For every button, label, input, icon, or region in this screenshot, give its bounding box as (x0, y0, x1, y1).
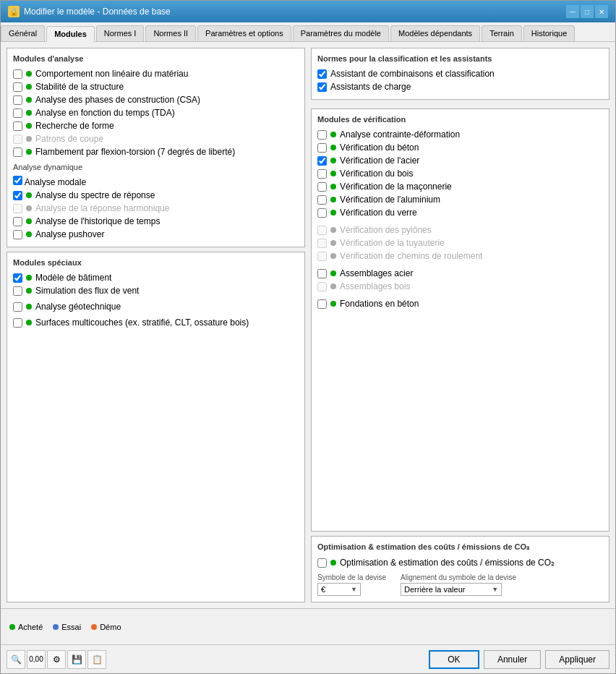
item-contrainte-deformation[interactable]: Analyse contrainte-déformation (317, 128, 603, 141)
dot-optimisation (330, 560, 336, 566)
check-vent[interactable] (13, 286, 22, 296)
check-geotechnique[interactable] (13, 302, 22, 312)
save-toolbar-button[interactable]: 💾 (67, 650, 86, 669)
item-fondations[interactable]: Fondations en béton (317, 297, 603, 310)
item-verre[interactable]: Vérification du verre (317, 206, 603, 219)
modules-analyse-section: Modules d'analyse Comportement non linéa… (7, 48, 305, 247)
check-assemblages-acier[interactable] (317, 269, 327, 278)
check-beton[interactable] (317, 143, 327, 153)
dot-achete (9, 624, 15, 630)
check-stabilite[interactable] (13, 82, 22, 92)
dot-bois (330, 171, 336, 176)
check-contrainte[interactable] (317, 130, 327, 140)
label-achete: Acheté (18, 623, 43, 631)
item-assistants-charge[interactable]: Assistants de charge (317, 80, 603, 93)
check-optimisation[interactable] (317, 558, 327, 568)
maximize-button[interactable]: □ (581, 5, 594, 18)
devise-select[interactable]: € ▼ (317, 583, 361, 596)
modules-verif-section: Modules de vérification Analyse contrain… (311, 108, 609, 532)
check-batiment[interactable] (13, 273, 22, 283)
item-stabilite[interactable]: Stabilité de la structure (13, 80, 299, 93)
item-phases-construction[interactable]: Analyse des phases de construction (CSA) (13, 93, 299, 106)
main-window: 🔒 Modifier le modèle - Données de base ─… (0, 0, 616, 674)
tab-modules[interactable]: Modules (46, 26, 95, 42)
label-forme: Recherche de forme (35, 121, 114, 131)
item-patrons: Patrons de coupe (13, 132, 299, 145)
check-phases[interactable] (13, 95, 22, 105)
modules-analyse-title: Modules d'analyse (13, 54, 299, 63)
item-modele-batiment[interactable]: Modèle de bâtiment (13, 271, 299, 284)
check-acier[interactable] (317, 156, 327, 166)
appliquer-button[interactable]: Appliquer (545, 650, 609, 669)
clipboard-toolbar-button[interactable]: 📋 (87, 650, 106, 669)
dot-spectre (26, 192, 32, 198)
legend-area: Acheté Essai Démo (9, 623, 121, 631)
check-combinaisons[interactable] (317, 69, 327, 79)
check-flambement[interactable] (13, 148, 22, 157)
item-beton[interactable]: Vérification du béton (317, 141, 603, 154)
label-phases: Analyse des phases de construction (CSA) (35, 95, 200, 105)
ok-button[interactable]: OK (429, 650, 479, 669)
item-assemblages-acier[interactable]: Assemblages acier (317, 267, 603, 280)
check-maconnerie[interactable] (317, 182, 327, 192)
tab-general[interactable]: Général (1, 25, 45, 41)
label-batiment: Modèle de bâtiment (35, 273, 111, 283)
item-spectre-reponse[interactable]: Analyse du spectre de réponse (13, 189, 299, 202)
close-button[interactable]: ✕ (595, 5, 608, 18)
settings-toolbar-button[interactable]: ⚙ (47, 650, 66, 669)
check-pushover[interactable] (13, 230, 22, 239)
check-fondations[interactable] (317, 299, 327, 309)
annuler-button[interactable]: Annuler (484, 650, 541, 669)
right-panel: Normes pour la classification et les ass… (311, 48, 609, 602)
optimisation-section: Optimisation & estimation des coûts / ém… (311, 536, 609, 602)
item-analyse-modale[interactable]: Analyse modale (13, 174, 299, 189)
item-maconnerie[interactable]: Vérification de la maçonnerie (317, 180, 603, 193)
tab-terrain[interactable]: Terrain (482, 25, 522, 41)
alignement-select[interactable]: Derrière la valeur ▼ (401, 583, 502, 596)
alignement-value: Derrière la valeur (404, 585, 465, 594)
item-temps[interactable]: Analyse en fonction du temps (TDA) (13, 106, 299, 119)
search-toolbar-button[interactable]: 🔍 (7, 650, 25, 669)
item-aluminium[interactable]: Vérification de l'aluminium (317, 193, 603, 206)
item-bois[interactable]: Vérification du bois (317, 167, 603, 180)
check-tuyauterie (317, 239, 327, 248)
item-flambement[interactable]: Flambement par flexion-torsion (7 degrés… (13, 145, 299, 158)
item-analyse-pushover[interactable]: Analyse pushover (13, 228, 299, 241)
check-bois[interactable] (317, 169, 327, 179)
check-comportement[interactable] (13, 69, 22, 79)
item-comportement[interactable]: Comportement non linéaire du matériau (13, 67, 299, 80)
check-aluminium[interactable] (317, 195, 327, 205)
check-forme[interactable] (13, 121, 22, 131)
item-recherche-forme[interactable]: Recherche de forme (13, 119, 299, 132)
dot-assemblages-bois (330, 283, 336, 289)
tab-normes1[interactable]: Normes I (96, 25, 145, 41)
chevron-down-icon: ▼ (351, 586, 357, 593)
label-vent: Simulation des flux de vent (35, 286, 139, 296)
item-historique-temps[interactable]: Analyse de l'historique de temps (13, 215, 299, 228)
minimize-button[interactable]: ─ (566, 5, 579, 18)
check-spectre[interactable] (13, 191, 22, 200)
devise-field: Symbole de la devise € ▼ (317, 573, 386, 596)
item-simulation-vent[interactable]: Simulation des flux de vent (13, 284, 299, 297)
check-verre[interactable] (317, 208, 327, 218)
tab-parametres-modele[interactable]: Paramètres du modèle (293, 25, 389, 41)
check-analyse-modale[interactable] (13, 176, 22, 185)
check-charge[interactable] (317, 82, 327, 92)
check-temps[interactable] (13, 108, 22, 118)
check-surfaces[interactable] (13, 318, 22, 328)
label-bois: Vérification du bois (340, 168, 413, 179)
item-geotechnique[interactable]: Analyse géotechnique (13, 300, 299, 313)
item-assistant-combinaisons[interactable]: Assistant de combinaisons et classificat… (317, 67, 603, 80)
tab-historique[interactable]: Historique (523, 25, 576, 41)
label-contrainte: Analyse contrainte-déformation (340, 129, 460, 140)
dot-historique (26, 218, 32, 224)
value-toolbar-button[interactable]: 0,00 (27, 650, 46, 669)
label-spectre: Analyse du spectre de réponse (35, 190, 155, 200)
check-historique[interactable] (13, 217, 22, 226)
item-acier[interactable]: Vérification de l'acier (317, 154, 603, 167)
item-optimisation[interactable]: Optimisation & estimation des coûts / ém… (317, 556, 603, 569)
tab-modeles-dependants[interactable]: Modèles dépendants (390, 25, 480, 41)
tab-normes2[interactable]: Normes II (145, 25, 196, 41)
item-surfaces[interactable]: Surfaces multicouches (ex. stratifié, CL… (13, 316, 299, 329)
tab-parametres-options[interactable]: Paramètres et options (197, 25, 291, 41)
